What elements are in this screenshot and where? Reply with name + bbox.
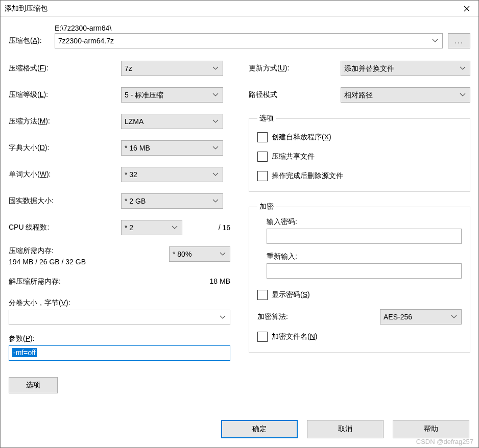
showpw-checkbox-row[interactable]: 显示密码(S) [257, 290, 462, 300]
delete-label: 操作完成后删除源文件 [272, 171, 343, 181]
split-combo[interactable] [9, 310, 230, 325]
showpw-label: 显示密码(S) [272, 290, 310, 300]
sfx-checkbox-row[interactable]: 创建自释放程序(X) [257, 132, 462, 142]
memdecomp-label: 解压缩所需内存: [9, 277, 61, 286]
params-input[interactable]: -mf=off [9, 345, 230, 361]
level-label: 压缩等级(L): [9, 90, 121, 99]
titlebar: 添加到压缩包 [1, 1, 478, 17]
help-button[interactable]: 帮助 [393, 420, 469, 438]
method-select[interactable]: LZMA [121, 114, 223, 129]
memcomp-label: 压缩所需内存: [9, 246, 169, 256]
archive-filename-combo[interactable]: 7z2300-arm64.7z [55, 33, 443, 48]
encrypt-legend: 加密 [257, 202, 276, 211]
params-label: 参数(P): [9, 334, 230, 343]
update-label: 更新方式(U): [249, 64, 341, 73]
threads-label: CPU 线程数: [9, 223, 121, 232]
pathmode-label: 路径模式 [249, 90, 341, 99]
memdecomp-value: 18 MB [210, 277, 230, 286]
encnames-label: 加密文件名(N) [272, 332, 317, 341]
solid-label: 固实数据大小: [9, 196, 121, 206]
encnames-checkbox-row[interactable]: 加密文件名(N) [257, 332, 462, 342]
window-title: 添加到压缩包 [5, 4, 455, 13]
password2-input[interactable] [267, 263, 462, 279]
algo-select[interactable]: AES-256 [380, 309, 462, 325]
algo-label: 加密算法: [257, 312, 380, 321]
options-legend: 选项 [257, 114, 276, 123]
password2-label: 重新输入: [267, 252, 462, 261]
format-select[interactable]: 7z [121, 61, 223, 76]
sfx-label: 创建自释放程序(X) [272, 133, 331, 142]
dict-label: 字典大小(D): [9, 143, 121, 153]
word-label: 单词大小(W): [9, 170, 121, 179]
update-select[interactable]: 添加并替换文件 [341, 61, 470, 76]
cancel-button[interactable]: 取消 [307, 420, 384, 438]
memcomp-percent-select[interactable]: * 80% [169, 246, 230, 262]
options-group: 选项 创建自释放程序(X) 压缩共享文件 操作完成后删除源文件 [249, 114, 470, 192]
split-label: 分卷大小，字节(V): [9, 298, 230, 308]
method-label: 压缩方法(M): [9, 117, 121, 126]
password-label: 输入密码: [267, 217, 462, 227]
threads-select[interactable]: * 2 [121, 220, 182, 235]
close-icon[interactable] [455, 1, 478, 17]
format-label: 压缩格式(F): [9, 64, 121, 73]
delete-checkbox[interactable] [257, 171, 268, 181]
options-button[interactable]: 选项 [9, 377, 58, 393]
ok-button[interactable]: 确定 [221, 420, 298, 438]
memcomp-detail: 194 MB / 26 GB / 32 GB [9, 258, 169, 266]
dict-select[interactable]: * 16 MB [121, 140, 223, 156]
shared-label: 压缩共享文件 [272, 152, 315, 161]
watermark: CSDN @defrag257 [416, 438, 473, 445]
threads-max: / 16 [219, 223, 230, 232]
pathmode-select[interactable]: 相对路径 [341, 87, 470, 103]
browse-button[interactable]: ... [448, 33, 470, 48]
shared-checkbox-row[interactable]: 压缩共享文件 [257, 152, 462, 162]
delete-checkbox-row[interactable]: 操作完成后删除源文件 [257, 171, 462, 181]
solid-select[interactable]: * 2 GB [121, 193, 223, 209]
showpw-checkbox[interactable] [257, 290, 268, 300]
shared-checkbox[interactable] [257, 152, 268, 162]
archive-path: E:\7z2300-arm64\ [55, 24, 443, 32]
archive-label: 压缩包(A): [9, 36, 50, 48]
encrypt-group: 加密 输入密码: 重新输入: 显示密码(S) 加密算法: AES-256 [249, 202, 470, 353]
password-input[interactable] [267, 229, 462, 244]
level-select[interactable]: 5 - 标准压缩 [121, 87, 223, 103]
encnames-checkbox[interactable] [257, 332, 268, 342]
word-select[interactable]: * 32 [121, 167, 223, 182]
sfx-checkbox[interactable] [257, 132, 268, 142]
